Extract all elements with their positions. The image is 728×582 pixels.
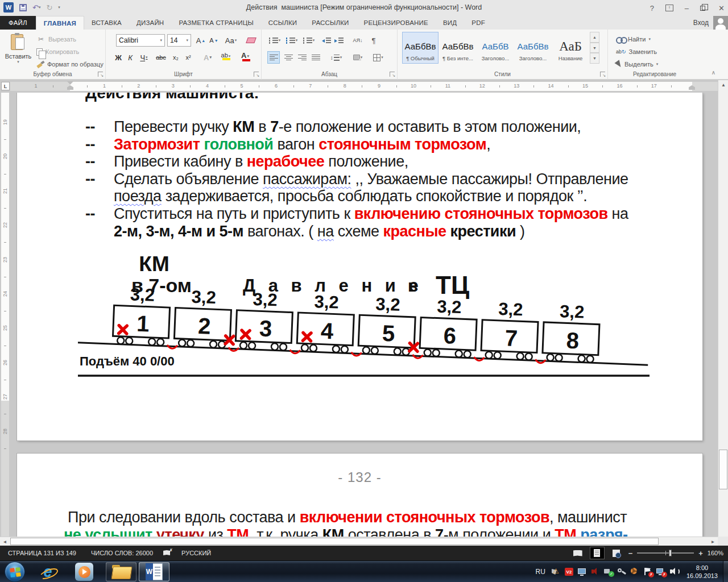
align-left-button[interactable]: [267, 51, 280, 64]
zoom-slider-thumb[interactable]: [669, 550, 672, 556]
tab-дизайн[interactable]: ДИЗАЙН: [129, 16, 171, 30]
antivirus-warning-icon[interactable]: ⚠: [551, 567, 562, 577]
highlight-color-button[interactable]: ab▾: [217, 50, 234, 63]
zoom-slider[interactable]: [637, 552, 694, 554]
sign-in-label[interactable]: Вход: [693, 19, 709, 27]
style-card[interactable]: АаБНазвание: [552, 32, 589, 64]
grow-font-button[interactable]: А▲: [195, 34, 207, 47]
horizontal-ruler[interactable]: 11234567891011121314151617: [0, 80, 718, 93]
superscript-button[interactable]: x²: [182, 51, 195, 64]
dialog-launcher-icon[interactable]: [390, 72, 395, 77]
scroll-up-icon[interactable]: ▲: [718, 80, 728, 90]
usb-safely-remove-icon[interactable]: ✓: [603, 567, 614, 577]
bullet-list-button[interactable]: ▾: [267, 34, 282, 47]
borders-button[interactable]: ▾: [370, 51, 387, 64]
sign-in[interactable]: Вход: [693, 16, 728, 30]
tab-pdf[interactable]: PDF: [464, 16, 493, 30]
key-icon[interactable]: [617, 567, 627, 577]
language-indicator[interactable]: РУССКИЙ: [181, 550, 211, 556]
italic-button[interactable]: К: [125, 51, 135, 64]
tab-разметка страницы[interactable]: РАЗМЕТКА СТРАНИЦЫ: [171, 16, 260, 30]
styles-gallery-scroll[interactable]: ▲▼▼: [590, 32, 599, 64]
close-icon[interactable]: ✕: [718, 5, 725, 12]
subscript-button[interactable]: x₂: [169, 51, 182, 64]
style-card[interactable]: АаБбВвЗаголово...: [515, 32, 551, 64]
clock[interactable]: 8:00 16.09.2013: [686, 564, 718, 580]
font-family-combobox[interactable]: Calibri▾: [116, 34, 165, 47]
vertical-scroll-thumb[interactable]: [719, 450, 727, 489]
display-icon[interactable]: [577, 567, 588, 577]
copy-button[interactable]: Копировать: [36, 46, 79, 57]
dialog-launcher-icon[interactable]: [98, 72, 103, 77]
scroll-right-icon[interactable]: ►: [708, 537, 718, 546]
zoom-out-icon[interactable]: −: [628, 549, 633, 558]
shading-button[interactable]: ▾: [349, 51, 366, 64]
dialog-launcher-icon[interactable]: [254, 72, 259, 77]
antivirus-v2-icon[interactable]: V2: [564, 567, 575, 577]
tab-selector[interactable]: L: [1, 82, 10, 90]
tab-вставка[interactable]: ВСТАВКА: [84, 16, 129, 30]
restore-icon[interactable]: [700, 6, 707, 11]
style-card[interactable]: АаБбВв¶ Без инте...: [440, 32, 476, 64]
ribbon-display-options-icon[interactable]: ↑: [665, 5, 673, 11]
replace-button[interactable]: ab↻Заменить: [616, 46, 657, 57]
find-button[interactable]: Найти▾: [616, 34, 651, 45]
gear-icon[interactable]: [630, 567, 640, 577]
tab-рассылки[interactable]: РАССЫЛКИ: [304, 16, 356, 30]
page-132[interactable]: - 132 - При следовании вдоль состава и в…: [17, 454, 702, 537]
keyboard-language[interactable]: RU: [536, 568, 545, 576]
style-card[interactable]: АаБбВЗаголово...: [477, 32, 514, 64]
bold-button[interactable]: Ж: [113, 51, 124, 64]
align-right-button[interactable]: [296, 51, 308, 64]
avatar[interactable]: [713, 16, 728, 30]
sort-button[interactable]: АЯ↓: [350, 34, 365, 47]
explorer-taskbar-button[interactable]: [106, 562, 136, 581]
volume-icon[interactable]: [669, 567, 680, 577]
font-color-button[interactable]: А▾: [237, 50, 254, 63]
zoom-in-icon[interactable]: +: [698, 549, 703, 558]
start-button[interactable]: [5, 562, 25, 582]
internet-explorer-icon[interactable]: e: [39, 563, 57, 581]
proofing-errors-icon[interactable]: [163, 550, 171, 556]
page-131[interactable]: Действия машиниста: --Перевести ручку КМ…: [17, 93, 702, 440]
horizontal-scrollbar[interactable]: ◄ ►: [0, 537, 718, 546]
underline-button[interactable]: Ч▾: [136, 51, 151, 64]
tab-рецензирование[interactable]: РЕЦЕНЗИРОВАНИЕ: [357, 16, 436, 30]
scroll-left-icon[interactable]: ◄: [0, 537, 10, 546]
word-count[interactable]: ЧИСЛО СЛОВ: 26000: [91, 550, 153, 556]
style-card[interactable]: АаБбВв¶ Обычный: [402, 32, 439, 64]
page-indicator[interactable]: СТРАНИЦА 131 ИЗ 149: [8, 550, 76, 556]
audio-red-icon[interactable]: [590, 567, 601, 577]
vertical-ruler[interactable]: 19202122232425262728: [0, 93, 10, 537]
media-player-icon[interactable]: [75, 563, 93, 581]
tab-вид[interactable]: ВИД: [436, 16, 464, 30]
tab-файл[interactable]: ФАЙЛ: [0, 16, 36, 30]
text-effects-button[interactable]: А▾: [200, 51, 215, 64]
collapse-ribbon-icon[interactable]: ∧: [712, 69, 715, 76]
increase-indent-button[interactable]: [333, 34, 345, 47]
decrease-indent-button[interactable]: [321, 34, 332, 47]
tab-главная[interactable]: ГЛАВНАЯ: [36, 16, 84, 30]
horizontal-scroll-thumb[interactable]: [10, 538, 659, 545]
align-center-button[interactable]: [282, 51, 295, 64]
web-layout-icon[interactable]: [609, 547, 624, 559]
show-formatting-button[interactable]: ¶: [369, 34, 379, 47]
help-icon[interactable]: ?: [650, 5, 654, 12]
multilevel-list-button[interactable]: ▾: [301, 34, 316, 47]
vertical-scrollbar[interactable]: ▲ ▼: [718, 80, 728, 546]
format-painter-button[interactable]: Формат по образцу: [36, 59, 104, 70]
paste-button[interactable]: Вставить ▾: [3, 32, 33, 76]
justify-button[interactable]: [309, 51, 322, 64]
zoom-level[interactable]: 160%: [708, 550, 723, 556]
cut-button[interactable]: ✂Вырезать: [36, 34, 76, 45]
strikethrough-button[interactable]: abc: [154, 51, 168, 64]
numbered-list-button[interactable]: ▾: [284, 34, 299, 47]
font-size-combobox[interactable]: 14▾: [167, 34, 191, 47]
read-mode-icon[interactable]: [570, 547, 585, 559]
tab-ссылки[interactable]: ССЫЛКИ: [261, 16, 305, 30]
dialog-launcher-icon[interactable]: [600, 72, 605, 77]
document-canvas[interactable]: Действия машиниста: --Перевести ручку КМ…: [10, 93, 718, 537]
select-button[interactable]: Выделить▾: [616, 59, 658, 70]
line-spacing-button[interactable]: ↕▾: [328, 51, 345, 64]
action-center-flag-icon[interactable]: ✗: [643, 567, 653, 577]
